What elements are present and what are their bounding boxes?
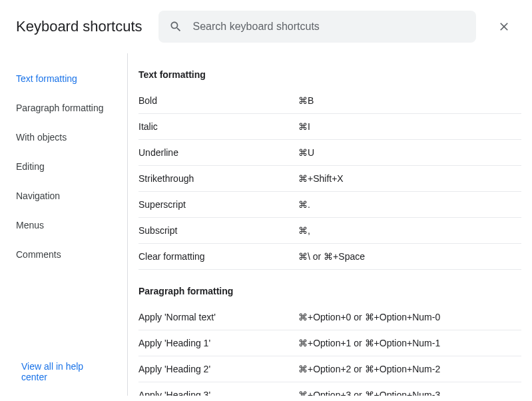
shortcut-row: Superscript ⌘. xyxy=(138,192,521,218)
sidebar-item-label: Editing xyxy=(16,161,45,172)
search-icon xyxy=(169,20,182,33)
shortcut-row: Bold ⌘B xyxy=(138,88,521,114)
sidebar: Text formatting Paragraph formatting Wit… xyxy=(0,53,128,396)
sidebar-item-label: Comments xyxy=(16,249,61,260)
sidebar-item-comments[interactable]: Comments xyxy=(0,240,127,269)
sidebar-item-label: Menus xyxy=(16,220,44,230)
shortcut-row: Underline ⌘U xyxy=(138,140,521,166)
shortcut-row: Strikethrough ⌘+Shift+X xyxy=(138,166,521,192)
shortcut-keys: ⌘U xyxy=(298,147,314,158)
shortcut-row: Clear formatting ⌘\ or ⌘+Space xyxy=(138,244,521,270)
sidebar-item-editing[interactable]: Editing xyxy=(0,152,127,181)
shortcut-keys: ⌘+Option+1 or ⌘+Option+Num-1 xyxy=(298,338,440,348)
shortcut-keys: ⌘+Shift+X xyxy=(298,173,344,184)
page-title: Keyboard shortcuts xyxy=(16,18,142,35)
shortcut-row: Apply 'Heading 3' ⌘+Option+3 or ⌘+Option… xyxy=(138,382,521,396)
body: Text formatting Paragraph formatting Wit… xyxy=(0,53,532,396)
sidebar-item-paragraph-formatting[interactable]: Paragraph formatting xyxy=(0,93,127,123)
shortcut-keys: ⌘+Option+3 or ⌘+Option+Num-3 xyxy=(298,390,440,396)
sidebar-item-label: Navigation xyxy=(16,191,60,201)
shortcut-keys: ⌘\ or ⌘+Space xyxy=(298,251,365,262)
shortcut-label: Superscript xyxy=(138,199,298,210)
section-paragraph-formatting: Paragraph formatting Apply 'Normal text'… xyxy=(138,286,521,396)
shortcut-keys: ⌘B xyxy=(298,95,314,106)
shortcut-label: Clear formatting xyxy=(138,251,298,262)
sidebar-item-with-objects[interactable]: With objects xyxy=(0,123,127,152)
search-input[interactable] xyxy=(193,21,465,33)
shortcut-label: Underline xyxy=(138,147,298,158)
help-center-link[interactable]: View all in help center xyxy=(0,347,127,396)
sidebar-item-menus[interactable]: Menus xyxy=(0,210,127,240)
sidebar-item-label: With objects xyxy=(16,132,67,143)
shortcut-label: Strikethrough xyxy=(138,173,298,184)
shortcut-row: Subscript ⌘, xyxy=(138,218,521,244)
sidebar-item-label: Text formatting xyxy=(16,73,77,84)
section-text-formatting: Text formatting Bold ⌘B Italic ⌘I Underl… xyxy=(138,69,521,270)
sidebar-items: Text formatting Paragraph formatting Wit… xyxy=(0,64,127,347)
content[interactable]: Text formatting Bold ⌘B Italic ⌘I Underl… xyxy=(128,53,532,396)
close-icon xyxy=(497,20,511,33)
shortcut-label: Apply 'Heading 1' xyxy=(138,338,298,348)
shortcut-label: Subscript xyxy=(138,225,298,236)
shortcut-label: Apply 'Heading 2' xyxy=(138,364,298,374)
shortcut-row: Apply 'Heading 1' ⌘+Option+1 or ⌘+Option… xyxy=(138,330,521,356)
shortcut-row: Apply 'Normal text' ⌘+Option+0 or ⌘+Opti… xyxy=(138,304,521,330)
shortcut-row: Apply 'Heading 2' ⌘+Option+2 or ⌘+Option… xyxy=(138,356,521,382)
search-container[interactable] xyxy=(158,11,476,43)
shortcut-keys: ⌘. xyxy=(298,199,310,210)
section-title: Paragraph formatting xyxy=(138,286,521,304)
shortcut-label: Bold xyxy=(138,95,298,106)
shortcut-keys: ⌘I xyxy=(298,121,310,132)
section-title: Text formatting xyxy=(138,69,521,88)
shortcut-keys: ⌘, xyxy=(298,225,310,236)
shortcut-label: Apply 'Normal text' xyxy=(138,312,298,322)
close-button[interactable] xyxy=(492,15,516,39)
shortcut-label: Italic xyxy=(138,121,298,132)
shortcut-keys: ⌘+Option+0 or ⌘+Option+Num-0 xyxy=(298,312,440,322)
shortcut-label: Apply 'Heading 3' xyxy=(138,390,298,396)
sidebar-item-text-formatting[interactable]: Text formatting xyxy=(0,64,127,93)
sidebar-item-label: Paragraph formatting xyxy=(16,103,104,113)
sidebar-item-navigation[interactable]: Navigation xyxy=(0,181,127,210)
shortcut-keys: ⌘+Option+2 or ⌘+Option+Num-2 xyxy=(298,364,440,374)
shortcut-row: Italic ⌘I xyxy=(138,114,521,140)
header: Keyboard shortcuts xyxy=(0,0,532,53)
